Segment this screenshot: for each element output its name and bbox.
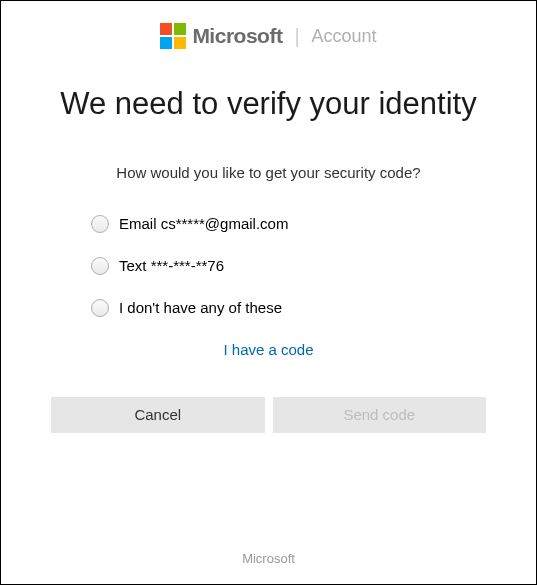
- account-label: Account: [312, 26, 377, 47]
- option-none[interactable]: I don't have any of these: [91, 299, 496, 317]
- send-code-button[interactable]: Send code: [273, 397, 487, 433]
- button-row: Cancel Send code: [41, 397, 496, 433]
- option-label: Text ***-***-**76: [119, 257, 224, 274]
- option-email[interactable]: Email cs*****@gmail.com: [91, 215, 496, 233]
- cancel-button[interactable]: Cancel: [51, 397, 265, 433]
- page-subtitle: How would you like to get your security …: [41, 164, 496, 181]
- radio-icon: [91, 215, 109, 233]
- have-code-link[interactable]: I have a code: [223, 341, 313, 358]
- page-title: We need to verify your identity: [41, 85, 496, 124]
- radio-icon: [91, 257, 109, 275]
- microsoft-logo-icon: [160, 23, 186, 49]
- verification-options: Email cs*****@gmail.com Text ***-***-**7…: [41, 215, 496, 317]
- radio-icon: [91, 299, 109, 317]
- option-label: Email cs*****@gmail.com: [119, 215, 288, 232]
- brand-label: Microsoft: [192, 24, 282, 48]
- footer-brand: Microsoft: [1, 551, 536, 566]
- header: Microsoft | Account: [41, 23, 496, 49]
- option-label: I don't have any of these: [119, 299, 282, 316]
- option-text[interactable]: Text ***-***-**76: [91, 257, 496, 275]
- header-divider: |: [294, 25, 299, 48]
